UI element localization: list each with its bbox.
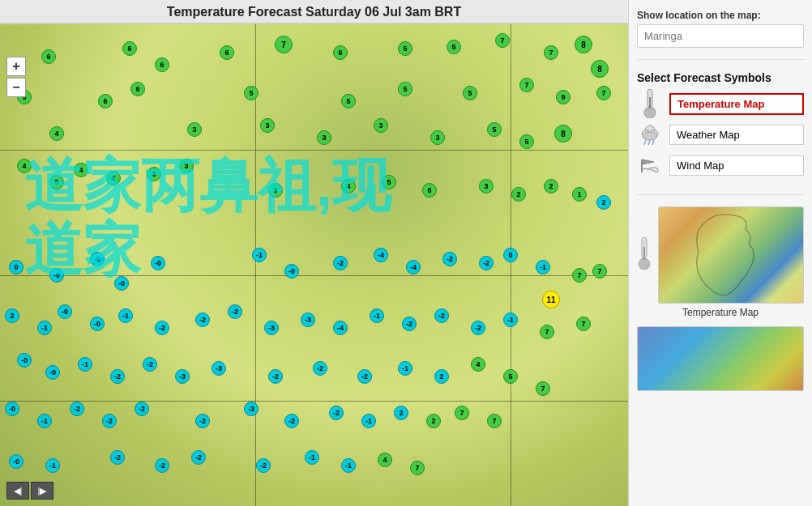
svg-line-7	[644, 140, 646, 145]
weather-dot: -0	[5, 402, 19, 416]
weather-dot: -1	[37, 414, 52, 428]
weather-dot: 6	[98, 94, 113, 108]
zoom-in-button[interactable]: +	[6, 57, 26, 76]
weather-dot: -2	[110, 369, 125, 384]
weather-dot: 7	[275, 36, 293, 53]
weather-dot: 6	[122, 41, 137, 56]
weather-dot: -0	[90, 252, 105, 266]
weather-dot: 7	[455, 406, 469, 420]
weather-dot: 6	[422, 183, 437, 198]
weather-map-thumbnail[interactable]	[637, 326, 804, 391]
weather-dot: 7	[544, 45, 558, 60]
zoom-out-button[interactable]: −	[6, 78, 26, 97]
weather-dot: 6	[155, 57, 169, 72]
weather-dot: -3	[244, 402, 259, 416]
svg-line-8	[648, 140, 650, 145]
weather-dot: 3	[147, 167, 161, 181]
weather-dot: -2	[442, 252, 457, 266]
grid-line-h2	[0, 275, 628, 276]
grid-line-h1	[0, 150, 628, 151]
weather-dot: 7	[572, 268, 587, 283]
weather-map-button[interactable]: Weather Map	[669, 125, 804, 145]
weather-dot: 5	[341, 94, 356, 108]
weather-dot: 11	[542, 291, 560, 308]
weather-dot: 4	[17, 159, 32, 173]
weather-dot: 7	[536, 381, 550, 396]
nav-back-button[interactable]: ◀|	[6, 482, 29, 500]
weather-dot: -1	[398, 361, 412, 376]
svg-point-1	[644, 107, 656, 118]
weather-dot: -0	[45, 365, 60, 380]
weather-dot: 5	[398, 41, 412, 56]
weather-dot: -0	[49, 268, 64, 283]
nav-forward-button[interactable]: |▶	[31, 482, 53, 500]
weather-dot: -1	[78, 357, 92, 372]
weather-dot: -0	[114, 276, 129, 291]
weather-dot: 7	[596, 86, 611, 100]
weather-dot: 5	[382, 175, 396, 189]
weather-dot: -2	[479, 256, 494, 270]
weather-dot: 4	[471, 357, 485, 372]
weather-dot: -4	[406, 260, 421, 274]
map-container[interactable]: Temperature Forecast Saturday 06 Jul 3am…	[0, 0, 628, 506]
forecast-symbols-title: Select Forecast Symbols	[637, 71, 804, 84]
location-input[interactable]	[637, 24, 804, 48]
weather-dot: 8	[591, 60, 609, 78]
weather-dot: -1	[370, 308, 384, 323]
weather-dot: -2	[135, 402, 149, 416]
weather-dot: -0	[9, 454, 24, 469]
temperature-map-button[interactable]: Temperature Map	[669, 93, 804, 115]
weather-dot: 0	[503, 248, 518, 262]
weather-dot: 7	[487, 414, 502, 428]
wind-map-button[interactable]: Wind Map	[669, 155, 804, 176]
forecast-symbols-section: Select Forecast Symbols Temperature Map	[637, 71, 804, 183]
weather-dot: -0	[90, 317, 105, 331]
symbol-row-temperature[interactable]: Temperature Map	[637, 91, 804, 117]
weather-dot: -2	[102, 414, 117, 428]
weather-dot: -2	[268, 369, 283, 384]
weather-dot: -1	[536, 260, 550, 274]
thumbnail-bg2	[638, 327, 803, 390]
weather-dot: -1	[361, 414, 376, 428]
weather-dot: -3	[301, 313, 315, 327]
grid-line-v2	[511, 24, 511, 506]
weather-dot: 7	[592, 264, 607, 279]
weather-dot: 1	[572, 187, 587, 202]
map-navigation: ◀| |▶	[6, 482, 53, 500]
symbol-row-wind[interactable]: Wind Map	[637, 152, 804, 178]
weather-dot: -1	[341, 458, 356, 473]
weather-dot: 9	[556, 90, 571, 104]
weather-dot: -2	[143, 357, 157, 372]
weather-dot: 3	[374, 118, 388, 133]
weather-dot: 2	[5, 308, 19, 323]
weather-dot: -2	[155, 321, 169, 335]
weather-dot: -2	[471, 321, 485, 335]
weather-dot: -2	[357, 369, 372, 384]
svg-rect-15	[643, 247, 645, 260]
weather-dot: -2	[195, 414, 210, 428]
weather-dot: 8	[575, 36, 592, 53]
weather-dot: 5	[244, 86, 259, 100]
weather-dot: 5	[487, 122, 502, 137]
weather-dot: 3	[479, 179, 494, 193]
weather-dot: -2	[256, 458, 271, 473]
temperature-thumbnail-label: Temperature Map	[637, 307, 804, 318]
weather-dot: 2	[426, 414, 441, 428]
weather-dot: -2	[191, 450, 206, 465]
weather-dot: -2	[195, 313, 210, 327]
weather-dot: -0	[151, 256, 165, 270]
weather-dot: -2	[434, 308, 449, 323]
weather-dot: 3	[430, 130, 445, 145]
wind-icon	[637, 152, 663, 178]
weather-dot: 6	[130, 82, 145, 96]
weather-icon	[637, 121, 663, 147]
weather-dot: 8	[554, 125, 572, 142]
svg-line-9	[652, 140, 654, 145]
temperature-map-thumbnail[interactable]	[658, 206, 804, 304]
symbol-row-weather[interactable]: Weather Map	[637, 121, 804, 147]
weather-dot: 3	[179, 159, 194, 173]
weather-dot: 3	[260, 118, 275, 133]
weather-dot: -0	[284, 264, 299, 279]
weather-dot: -1	[37, 321, 52, 335]
weather-dot: 5	[398, 82, 412, 96]
